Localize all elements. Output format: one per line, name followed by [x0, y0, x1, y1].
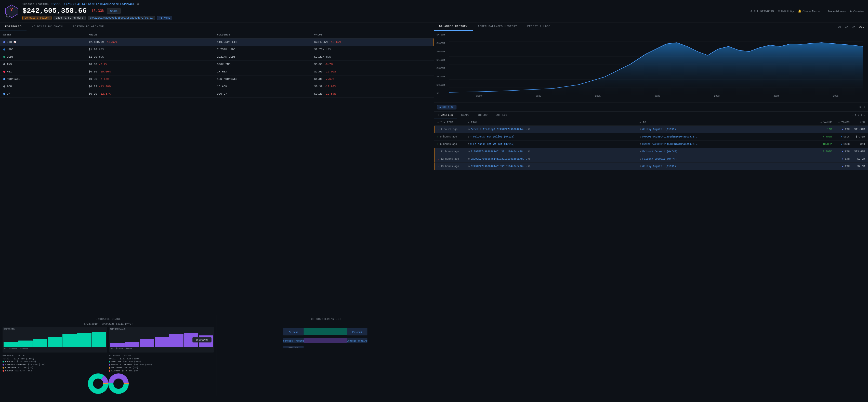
asset-value: $2.21K ±0% [311, 53, 434, 61]
app-logo: ? ◉ [4, 4, 19, 19]
transfer-row[interactable]: ↓ 4 hours ago ⊙ Genesis Trading? 0x999E7… [434, 126, 868, 133]
filter-from-icon[interactable]: ⚗ [468, 121, 469, 124]
tab-profit-loss[interactable]: PROFIT & LOSS [522, 23, 556, 31]
col-price: PRICE [86, 31, 214, 38]
copy-icon[interactable]: ⧉ [528, 128, 530, 131]
asset-dot [3, 41, 5, 43]
transfer-from: ⊙ × FalconX: Hot Wallet (0x115) [468, 135, 640, 138]
visualize-button[interactable]: ◈ Visualize [850, 9, 864, 13]
share-button[interactable]: Share [107, 8, 121, 14]
tab-holdings-by-chain[interactable]: HOLDINGS BY CHAIN [27, 23, 68, 31]
asset-symbol: USDC [7, 48, 13, 51]
svg-text:Genesis Trading: Genesis Trading [283, 340, 304, 342]
to-address: Galaxy Digital (0x690) [643, 165, 676, 168]
asset-dot [3, 71, 5, 73]
to-address: Galaxy Digital (0x690) [643, 128, 676, 131]
x-icon: ✕ [439, 106, 441, 109]
bottom-section: EXCHANGE USAGE 5/23/2019 - 3/3/2025 (211… [0, 315, 434, 396]
tab-inflow[interactable]: INFLOW [473, 112, 492, 119]
pie-area [3, 373, 214, 394]
transfer-row[interactable]: ↓ 13 hours ago ⊙ 0x999E77c988C4C1451d3B1… [434, 163, 868, 170]
wbar-4 [155, 337, 169, 347]
asset-row[interactable]: HEX $0.00 -15.06% 1K HEX $2.95 -15.06% [0, 68, 434, 76]
legend-dot [109, 361, 110, 363]
prev-icon[interactable]: ‹ [852, 114, 854, 117]
filter-tok-icon[interactable]: ⚗ [838, 121, 840, 124]
time-1m[interactable]: 1M [844, 25, 849, 29]
filter-to-icon[interactable]: ⚗ [640, 121, 642, 124]
direction-icon: ↓ [438, 157, 439, 161]
tab-outflow[interactable]: OUTFLOW [492, 112, 512, 119]
tab-portfolio-archive[interactable]: PORTFOLIO ARCHIVE [68, 23, 109, 31]
header-main: Genesis Trading? 0x999E77c988C4C1451d3B1… [23, 2, 747, 20]
transfer-to: ⊙ 0x999E77c988C4C1451d3B1c104a6cca78... [640, 143, 812, 146]
y-100m: $+100M [437, 84, 445, 86]
filter-chip-usd[interactable]: ✕ USD ≥ $8 [437, 105, 457, 109]
y-200m: $+200M [437, 76, 445, 78]
deposits-bars [3, 332, 107, 347]
download-icon[interactable]: ⬇ [863, 106, 865, 109]
main-layout: PORTFOLIO HOLDINGS BY CHAIN PORTFOLIO AR… [0, 23, 868, 396]
trace-address-button[interactable]: ⋮ Trace Address [824, 9, 846, 13]
price-row: $242,605,358.66 -15.33% Share [23, 7, 747, 15]
entity-name: Genesis Trading? [23, 3, 50, 6]
tab-transfers[interactable]: TRANSFERS [434, 112, 457, 119]
filter-val-icon[interactable]: ⚗ [820, 121, 822, 124]
time-all[interactable]: ALL [858, 25, 865, 29]
col-value: VALUE [311, 31, 434, 38]
copy-icon[interactable]: ⧉ [137, 2, 140, 6]
svg-text:FalconX: FalconX [352, 331, 362, 334]
bar-3 [33, 339, 48, 347]
tab-balances-history[interactable]: BALANCES HISTORY [434, 23, 473, 31]
asset-dot [3, 63, 5, 65]
filter-bar: ✕ USD ≥ $8 ⧉ ⬇ [434, 103, 868, 112]
asset-row[interactable]: MOONCATS $0.00 -7.67% 10K MOONCATS $1.86… [0, 76, 434, 83]
asset-row[interactable]: Q* $0.00 -12.57% 900 Q* $0.28 -12.57% [0, 90, 434, 98]
transfer-row[interactable]: ↑ 5 hours ago ⊙ × FalconX: Hot Wallet (0… [434, 133, 868, 141]
legend-name: KUCOIN [112, 370, 120, 372]
transfer-usd: $2.2M [850, 157, 865, 161]
copy-transfers-icon[interactable]: ⧉ [860, 106, 861, 109]
asset-row[interactable]: ACH $0.03 -13.88% 15 ACH $0.39 -13.88% [0, 83, 434, 90]
time-3m[interactable]: 3M [851, 25, 856, 29]
col-holdings: HOLDINGS [214, 31, 311, 38]
edit-entity-button[interactable]: ✏ Edit Entity [778, 9, 794, 13]
token-dot: ● [842, 150, 843, 153]
gear-icon: ⚙ [196, 339, 198, 341]
create-alert-button[interactable]: 🔔 Create Alert + [798, 9, 820, 13]
transfer-time: ↑ 5 hours ago [437, 136, 468, 138]
asset-row[interactable]: INS $0.00 -0.7% 500K INS $3.53 -0.7% [0, 61, 434, 68]
direction-icon: ↓ [438, 165, 439, 168]
asset-row[interactable]: ETH 📈 $2,130.09 -13.67% 110.252K ETH $23… [0, 38, 434, 46]
transfer-row[interactable]: ↓ 11 hours ago ⊙ 0x999E77c988C4C1451d3B1… [434, 148, 868, 155]
asset-row[interactable]: USDC $1.00 ±0% 7.758M USDC $7.76M ±0% [0, 46, 434, 53]
transfer-row[interactable]: ↓ 12 hours ago ⊙ 0x999E77c988C4C1451d3B1… [434, 155, 868, 163]
filter-icon[interactable]: ⚗ [437, 121, 439, 124]
more-badge[interactable]: +5 MORE [157, 16, 172, 20]
copy-icon[interactable]: ⧉ [528, 157, 530, 161]
network-label: ALL NETWORKS [753, 10, 774, 13]
copy-icon[interactable]: ⧉ [528, 150, 530, 153]
chart-svg-container [449, 34, 863, 95]
tab-swaps[interactable]: SWAPS [457, 112, 474, 119]
asset-symbol: Q* [7, 92, 10, 95]
legend-name: GENESIS TRADING [112, 364, 132, 366]
asset-holdings: 900 Q* [214, 90, 311, 98]
tab-portfolio[interactable]: PORTFOLIO [0, 23, 27, 31]
next-icon[interactable]: › [863, 114, 865, 117]
analyze-button[interactable]: ⚙ Analyze [192, 337, 212, 343]
time-1w[interactable]: 1W [837, 25, 842, 29]
transfer-row[interactable]: ↑ 6 hours ago ⊙ × FalconX: Hot Wallet (0… [434, 141, 868, 148]
transfer-to: ⊙ FalconX Deposit (0xf4F) [640, 157, 812, 161]
asset-row[interactable]: USDT $1.00 ±0% 2.214K USDT $2.21K ±0% [0, 53, 434, 61]
from-icon: ⊙ [468, 157, 470, 161]
copy-icon[interactable]: ⧉ [528, 165, 530, 168]
transfer-usd: $23.69M [850, 150, 865, 153]
legend-value: $178.16M (85%) [17, 361, 36, 363]
x-2020: 2020 [536, 95, 541, 97]
transfer-token: ● ETH [832, 157, 850, 161]
tab-token-balances[interactable]: TOKEN BALANCES HISTORY [473, 23, 522, 31]
network-selector[interactable]: ⚙ ALL NETWORKS [750, 9, 774, 13]
legend-name: BITFINEX [5, 367, 16, 369]
exchange-title: EXCHANGE USAGE [3, 318, 214, 321]
